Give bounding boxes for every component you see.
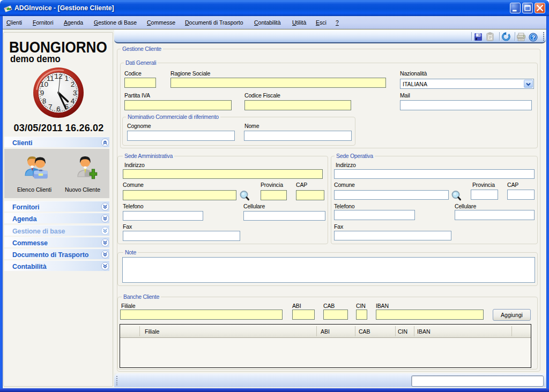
svg-text:12: 12 bbox=[54, 72, 62, 80]
svg-text:2: 2 bbox=[71, 80, 75, 88]
svg-text:7: 7 bbox=[48, 103, 53, 111]
svg-text:?: ? bbox=[531, 34, 535, 41]
svg-text:11: 11 bbox=[47, 74, 54, 82]
svg-text:6: 6 bbox=[56, 105, 61, 113]
svg-text:3: 3 bbox=[73, 89, 77, 97]
svg-text:8: 8 bbox=[42, 97, 47, 105]
svg-text:1: 1 bbox=[64, 74, 69, 82]
svg-text:4: 4 bbox=[71, 97, 75, 105]
svg-text:9: 9 bbox=[40, 89, 44, 97]
